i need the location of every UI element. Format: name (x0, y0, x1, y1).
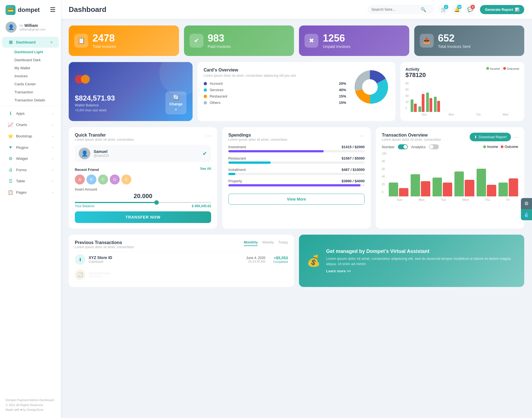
more-menu-icon[interactable]: ⋯ (360, 133, 365, 139)
trans-status: Completed (273, 260, 288, 263)
activity-header: Activity $78120 Income Outcome (405, 67, 519, 79)
trans-overview-title: Transaction Overview (382, 133, 441, 138)
progress-bar (228, 150, 365, 152)
bar-area: Sun Mon Tue Wed (411, 82, 519, 116)
bar-group-wed (454, 171, 474, 196)
sidebar-item-widget[interactable]: ⚙ Widget › (2, 153, 59, 164)
content-area: 📋 2478 Total Invoices ✔ 983 Paid Invoice… (61, 19, 532, 418)
income-bar (498, 183, 508, 196)
wallet-trend: +0,8% than last week (75, 108, 115, 112)
message-badge: 5 (470, 5, 475, 9)
activity-legend: Income Outcome (486, 67, 519, 70)
sidebar-item-pages[interactable]: 📋 Pages › (2, 187, 59, 198)
va-title: Get managed by Dompet's Virtual Assistan… (326, 248, 516, 254)
sidebar-logo: 💳 dompet ☰ (0, 0, 61, 19)
spending-label: Restaurant (228, 156, 246, 160)
tab-today[interactable]: Today (278, 240, 288, 246)
sidebar-item-plugins[interactable]: ♥ Plugins › (2, 142, 59, 153)
drop-icon: 💧 (523, 212, 530, 218)
toggle-number-label: Number (382, 145, 395, 149)
sub-item-dashboard-dark[interactable]: Dashboard Dark (0, 56, 61, 64)
trans-overview-header: Transaction Overview Lorem ipsum dolor s… (382, 133, 518, 142)
sidebar-item-table[interactable]: ☰ Table › (2, 176, 59, 186)
sub-item-invoices[interactable]: Invoices (0, 72, 61, 80)
cart-button[interactable]: 🛒 2 (438, 4, 449, 15)
hamburger-icon[interactable]: ☰ (50, 6, 55, 14)
toggle-row: Number Analytics Income (382, 144, 518, 149)
widget-subtitle: Lorem ipsum dolor sit amet, consectetur (228, 138, 287, 142)
dashboard-icon: ⊞ (8, 40, 13, 45)
see-all-link[interactable]: See All (200, 167, 211, 171)
wallet-amount: $824,571.93 (75, 94, 115, 102)
income-legend: Income (486, 67, 500, 70)
bell-button[interactable]: 🔔 12 (452, 4, 462, 15)
change-button[interactable]: 🔄 Change ▼ (165, 91, 186, 114)
spending-amounts: $1567 / $5000 (342, 156, 365, 160)
amount-value: 20.000 (75, 193, 211, 200)
sub-item-transaction-details[interactable]: Transaction Details (0, 96, 61, 104)
day-label: Wed (462, 198, 468, 201)
sidebar-item-label: Widget (16, 157, 28, 161)
wallet-card: $824,571.93 Wallet Balance +0,8% than la… (69, 62, 193, 121)
more-menu-icon[interactable]: ⋯ (513, 134, 518, 140)
chevron-down-icon: ▼ (50, 40, 53, 44)
va-content: Get managed by Dompet's Virtual Assistan… (326, 248, 516, 273)
balance-value: $ 456,345.62 (192, 204, 211, 208)
heart-icon: ♥ (8, 145, 13, 150)
prev-trans-title: Previous Transactions (75, 240, 134, 245)
progress-fill (228, 150, 324, 152)
sidebar-item-forms[interactable]: 🖨 Forms › (2, 165, 59, 175)
search-input[interactable] (371, 7, 418, 12)
sub-item-transaction[interactable]: Transaction (0, 88, 61, 96)
widget-title: Spendings (228, 133, 287, 138)
widget-title-area: Spendings Lorem ipsum dolor sit amet, co… (228, 133, 287, 142)
water-fab-button[interactable]: 💧 (521, 209, 532, 220)
sidebar-item-dashboard[interactable]: ⊞ Dashboard ▼ (2, 37, 59, 48)
message-button[interactable]: 💬 5 (465, 4, 475, 15)
bar-group-thu (477, 169, 496, 196)
generate-report-button[interactable]: Generate Report 📊 (480, 5, 524, 14)
activity-info: Activity $78120 (405, 67, 426, 79)
bottom-row: Quick Transfer Lorem ipsum dolor sit ame… (69, 127, 524, 229)
overview-item-services: Services 40% (204, 88, 346, 92)
settings-fab-button[interactable]: ⚙ (521, 198, 532, 209)
analytics-toggle[interactable] (429, 144, 439, 149)
tab-weekly[interactable]: Weekly (262, 240, 274, 246)
wallet-details: $824,571.93 Wallet Balance +0,8% than la… (75, 94, 115, 112)
sidebar-item-charts[interactable]: 📈 Charts › (2, 119, 59, 130)
income-dot (486, 67, 489, 70)
view-more-button[interactable]: View More (228, 194, 365, 205)
change-label: Change (169, 102, 183, 106)
prev-trans-header: Previous Transactions Lorem ipsum dolor … (75, 240, 288, 249)
tab-monthly[interactable]: Monthly (244, 240, 258, 246)
stat-info: 1256 Unpaid Invoices (323, 33, 351, 49)
item-pct: 15% (339, 101, 346, 105)
widget-header: Spendings Lorem ipsum dolor sit amet, co… (228, 133, 365, 142)
trans-time: 05:34:45 AM (246, 260, 265, 263)
balance-label: Your Balance (75, 204, 94, 208)
amount-slider[interactable] (75, 202, 211, 203)
number-toggle[interactable] (398, 144, 408, 149)
search-icon[interactable]: 🔍 (421, 7, 426, 12)
search-bar: 🔍 (367, 5, 434, 14)
sidebar-item-bootstrap[interactable]: ⭐ Bootstrap › (2, 131, 59, 142)
va-learn-more-link[interactable]: Learn more >> (326, 269, 351, 273)
sidebar-item-label: Forms (16, 168, 27, 172)
transfer-now-button[interactable]: TRANSFER NOW (75, 211, 211, 223)
sidebar-item-apps[interactable]: ℹ Apps › (2, 108, 59, 119)
generate-report-label: Generate Report (485, 7, 513, 12)
item-pct: 15% (339, 94, 346, 98)
item-label: Account (210, 81, 336, 86)
stat-number: 1256 (323, 33, 351, 44)
bar-group-sun (389, 183, 408, 196)
prev-trans-subtitle: Lorem ipsum dolor sit amet, consectetur (75, 245, 134, 249)
sub-item-dashboard-light[interactable]: Dashboard Light (0, 48, 61, 56)
more-menu-icon[interactable]: ⋯ (206, 133, 211, 139)
download-report-button[interactable]: ⬇ Download Report (470, 133, 511, 141)
sub-item-cards-center[interactable]: Cards Center (0, 80, 61, 88)
sub-item-my-wallet[interactable]: My Wallet (0, 64, 61, 72)
prev-trans-title-area: Previous Transactions Lorem ipsum dolor … (75, 240, 134, 249)
sidebar: 💳 dompet ☰ 👤 Hi, William william@gmail.c… (0, 0, 61, 418)
sidebar-item-label: Dashboard (16, 40, 36, 44)
bar-chart-large (389, 155, 518, 196)
